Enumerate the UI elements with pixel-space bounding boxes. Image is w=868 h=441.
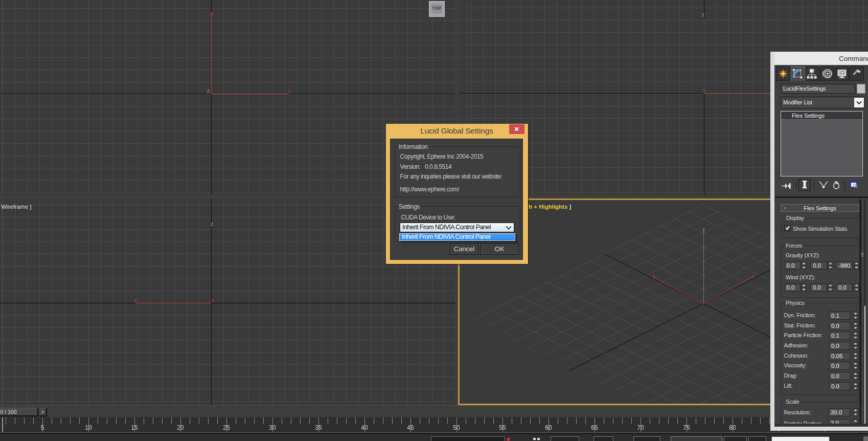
svg-text:y: y <box>653 273 655 279</box>
svg-text:y: y <box>703 87 705 93</box>
svg-text:x: x <box>752 273 755 279</box>
svg-text:y: y <box>134 297 136 303</box>
svg-text:z: z <box>211 221 213 227</box>
svg-text:z: z <box>702 227 705 232</box>
svg-text:x: x <box>211 297 214 303</box>
svg-text:y: y <box>211 10 213 16</box>
svg-text:z: z <box>702 12 704 17</box>
svg-text:z: z <box>207 88 210 94</box>
svg-text:x: x <box>288 88 291 94</box>
